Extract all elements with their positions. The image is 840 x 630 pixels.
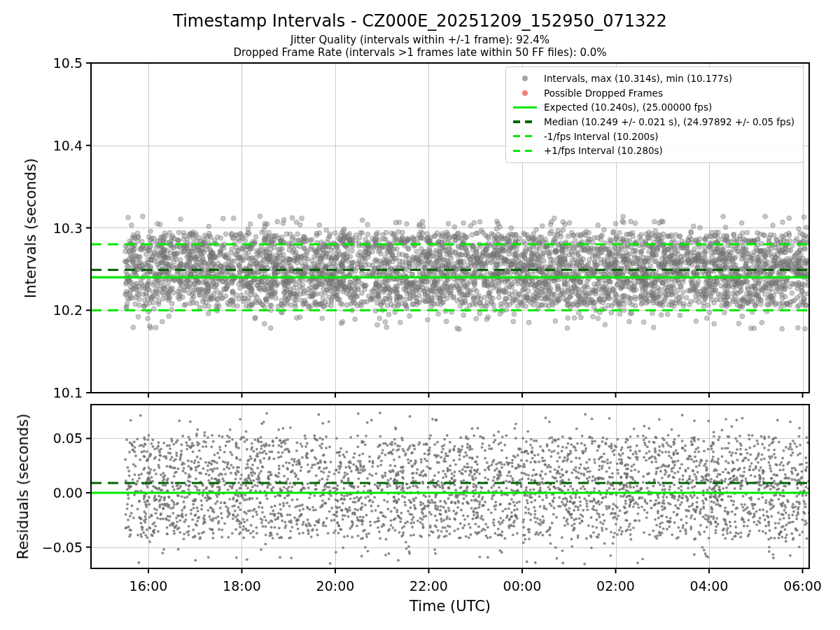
subtitle-jitter-quality: Jitter Quality (intervals within +/-1 fr… <box>0 34 840 46</box>
legend-dashed-line-icon <box>512 135 538 137</box>
legend-item-label: Possible Dropped Frames <box>544 88 663 99</box>
legend-marker-shape <box>522 90 528 96</box>
figure: Timestamp Intervals - CZ000E_20251209_15… <box>0 0 840 630</box>
x-tick-label: 18:00 <box>210 577 273 595</box>
y-tick-label: 10.5 <box>0 54 83 72</box>
legend-item-label: +1/fps Interval (10.280s) <box>544 145 663 156</box>
legend-item-label: Median (10.249 +/- 0.021 s), (24.97892 +… <box>544 116 794 127</box>
legend-marker-shape <box>513 150 537 152</box>
legend-dashed-line-icon <box>512 120 538 122</box>
legend-dot-marker-icon <box>512 90 538 96</box>
legend-item: -1/fps Interval (10.200s) <box>512 129 794 144</box>
x-tick-label: 00:00 <box>491 577 554 595</box>
y-tick-label: 0.05 <box>0 429 83 447</box>
legend-item-label: Intervals, max (10.314s), min (10.177s) <box>544 73 732 84</box>
y-tick-label: −0.05 <box>0 538 83 556</box>
x-tick-label: 06:00 <box>771 577 834 595</box>
y-tick-label: 10.3 <box>0 219 83 237</box>
legend-item: Expected (10.240s), (25.00000 fps) <box>512 100 794 115</box>
legend-marker-shape <box>513 120 537 122</box>
legend-dashed-line-icon <box>512 150 538 152</box>
y-tick-label: 10.4 <box>0 136 83 155</box>
subtitle-dropped-frame-rate: Dropped Frame Rate (intervals >1 frames … <box>0 46 840 59</box>
x-tick-label: 02:00 <box>584 577 648 595</box>
y-tick-label: 0.00 <box>0 484 83 502</box>
legend-rows: Intervals, max (10.314s), min (10.177s)P… <box>512 71 794 158</box>
legend-item-label: Expected (10.240s), (25.00000 fps) <box>544 102 712 113</box>
legend-box: Intervals, max (10.314s), min (10.177s)P… <box>505 66 804 163</box>
chart-title: Timestamp Intervals - CZ000E_20251209_15… <box>0 11 840 31</box>
x-tick-label: 16:00 <box>117 577 180 595</box>
x-tick-label: 20:00 <box>304 577 367 595</box>
time-x-axis-label: Time (UTC) <box>410 598 491 615</box>
legend-item: Possible Dropped Frames <box>512 86 794 101</box>
legend-item: Intervals, max (10.314s), min (10.177s) <box>512 71 794 86</box>
legend-solid-line-icon <box>512 106 538 108</box>
x-tick-label: 22:00 <box>397 577 460 595</box>
legend-dot-marker-icon <box>512 76 538 81</box>
legend-item-label: -1/fps Interval (10.200s) <box>544 131 658 142</box>
legend-item: Median (10.249 +/- 0.021 s), (24.97892 +… <box>512 115 794 130</box>
y-tick-label: 10.1 <box>0 384 83 402</box>
legend-marker-shape <box>522 76 528 81</box>
legend-marker-shape <box>513 106 537 108</box>
legend-item: +1/fps Interval (10.280s) <box>512 144 794 158</box>
legend-marker-shape <box>513 135 537 137</box>
x-tick-label: 04:00 <box>678 577 741 595</box>
y-tick-label: 10.2 <box>0 301 83 319</box>
